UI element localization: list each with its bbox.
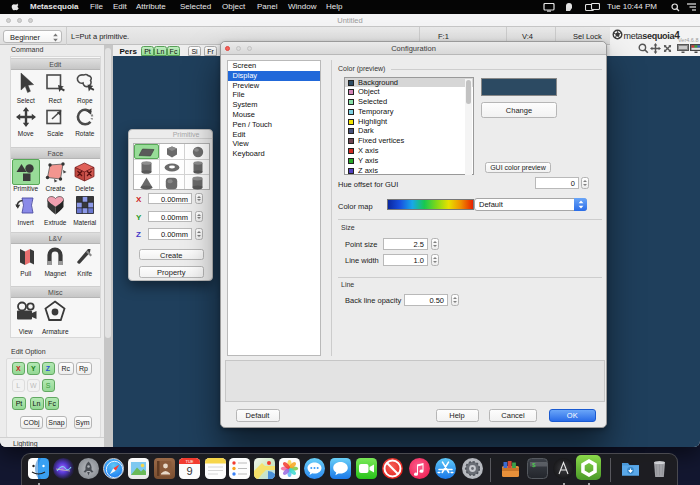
svg-text:$: $ [532, 462, 536, 469]
svg-text:TUE: TUE [185, 458, 193, 463]
svg-text:9: 9 [186, 465, 192, 477]
